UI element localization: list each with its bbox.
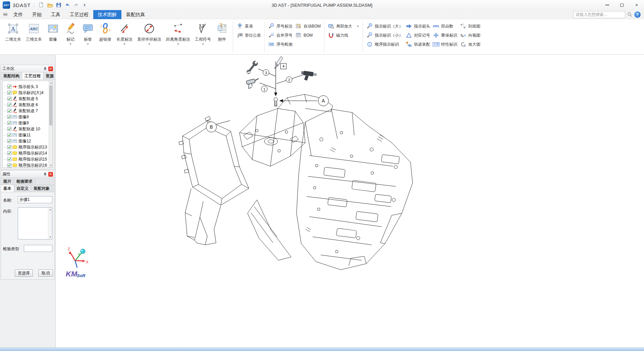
workspace-tab-装配结构[interactable]: 装配结构 — [1, 73, 22, 79]
workspace-close-icon[interactable]: ✕ — [48, 67, 53, 71]
content-field[interactable]: ▲ ▼ — [18, 207, 52, 239]
checkbox-checked[interactable] — [7, 157, 11, 161]
tree-item[interactable]: 顺序指示标识15 — [3, 156, 49, 162]
tab-装配仿真[interactable]: 装配仿真 — [121, 10, 150, 19]
ribbon-button-特性标识[interactable]: 水密 特性标识 — [433, 41, 457, 48]
close-button[interactable]: × — [629, 0, 644, 10]
open-icon[interactable] — [46, 1, 54, 9]
ribbon-button-局部放大[interactable]: 局部放大▼ — [328, 23, 359, 30]
name-field[interactable]: 步骤1 — [18, 196, 52, 203]
ribbon-button-三维文本[interactable]: ABC 三维文本 — [23, 21, 44, 46]
maximize-button[interactable] — [614, 0, 629, 10]
ribbon-button-轨迹装配[interactable]: 轨迹装配 — [406, 41, 430, 48]
tree-item[interactable]: 装配轨迹 6 — [3, 102, 49, 108]
properties-close-icon[interactable]: ✕ — [48, 172, 53, 177]
checkbox-checked[interactable] — [7, 121, 11, 125]
checkbox-checked[interactable] — [7, 151, 11, 155]
ribbon-button-自动BOM[interactable]: 自动BOM — [295, 23, 321, 30]
properties-tab-图片[interactable]: 图片 — [1, 178, 14, 185]
help-button[interactable]: ? — [634, 11, 641, 18]
callout-balloon-1[interactable]: 1 — [261, 86, 268, 92]
minimize-button[interactable] — [600, 0, 614, 10]
tree-item[interactable]: 图像8 — [3, 114, 49, 120]
pin-icon[interactable] — [43, 172, 47, 177]
checkbox-checked[interactable] — [7, 109, 11, 113]
workspace-tab-资源[interactable]: 资源 — [43, 73, 56, 79]
undo-icon[interactable] — [63, 1, 72, 9]
ribbon-button-放大图[interactable]: A 放大图 — [460, 41, 480, 48]
save-icon[interactable] — [54, 1, 63, 9]
tab-工具[interactable]: 工具 — [46, 10, 65, 19]
tab-技术图解[interactable]: 技术图解 — [93, 10, 121, 19]
ribbon-button-长度标注[interactable]: 长度标注 ▼ — [114, 21, 135, 46]
pin-icon[interactable] — [43, 67, 47, 71]
checkbox-checked[interactable] — [7, 91, 11, 95]
ribbon-button-合并序号[interactable]: 12 合并序号 — [268, 32, 292, 39]
checkbox-checked[interactable] — [7, 139, 11, 143]
redo-icon[interactable] — [72, 1, 80, 9]
tree-item[interactable]: 顺序指示标识13 — [3, 144, 49, 150]
ribbon-button-部品数[interactable]: XR/L 部品数 — [433, 23, 457, 30]
tab-工艺过程[interactable]: 工艺过程 — [65, 10, 93, 19]
checkbox-checked[interactable] — [7, 145, 11, 149]
资源库-button[interactable]: 资源库 — [15, 269, 33, 277]
properties-tab-检测要求[interactable]: 检测要求 — [14, 178, 35, 185]
tab-开始[interactable]: 开始 — [28, 10, 46, 19]
ribbon-button-基准[interactable]: A 基准 — [236, 23, 261, 30]
tree-item[interactable]: 指示标识(大)4 — [3, 90, 49, 96]
tree-item[interactable]: 图像9 — [3, 120, 49, 126]
ribbon-button-超链接[interactable]: 超链接 — [97, 21, 114, 46]
checkbox-checked[interactable] — [7, 97, 11, 101]
search-input[interactable]: 请输入您想搜索... — [573, 11, 625, 18]
tree-item[interactable]: 顺序指示标识14 — [3, 150, 49, 156]
tree-scrollbar[interactable]: ▲ ▼ — [49, 81, 53, 168]
ribbon-button-标签[interactable]: 标签 ▼ — [79, 21, 97, 46]
callout-balloon-2[interactable]: 2 — [286, 77, 292, 83]
properties-tab-基本[interactable]: 基本 — [1, 185, 14, 192]
properties-tab-装配对象[interactable]: 装配对象 — [31, 185, 52, 192]
ribbon-button-顺序指示标识[interactable]: 1 顺序指示标识 — [366, 41, 403, 48]
ribbon-button-指示标识（小）[interactable]: a 指示标识（小） — [366, 32, 403, 39]
ribbon-button-工程符号[interactable]: 3.2 工程符号 ▼ — [193, 21, 213, 46]
tree-item[interactable]: 装配轨迹 5 — [3, 96, 49, 102]
ribbon-button-磁力线[interactable]: 磁力线 — [328, 32, 359, 39]
ribbon-button-对应记号[interactable]: 对应记号 — [406, 32, 430, 39]
checkbox-checked[interactable] — [7, 115, 11, 119]
ribbon-button-直径半径标注[interactable]: 直径半径标注 ▼ — [135, 21, 164, 46]
callout-balloon-A[interactable]: A — [318, 95, 329, 106]
tree-item[interactable]: 图像11 — [3, 132, 49, 138]
ribbon-button-指示箭头[interactable]: 指示箭头 — [406, 23, 430, 30]
checkbox-checked[interactable] — [7, 133, 11, 137]
menu-file[interactable]: 文件 — [9, 10, 28, 19]
取消-button[interactable]: 取消 — [38, 269, 53, 277]
tree-item[interactable]: 顺序指示标识16 — [3, 162, 49, 168]
new-document-icon[interactable] — [37, 1, 46, 9]
tree-item[interactable]: 指示箭头 3 — [3, 84, 49, 90]
ribbon-button-序号检测[interactable]: 123 序号检测 — [268, 41, 292, 48]
checkbox-checked[interactable] — [7, 163, 11, 167]
checkbox-checked[interactable] — [7, 103, 11, 107]
ribbon-button-重保标识[interactable]: 重保标识 — [433, 32, 457, 39]
ribbon-button-附件[interactable]: 附件 — [213, 21, 231, 46]
ribbon-button-二维文本[interactable]: A 二维文本 — [3, 21, 23, 46]
ribbon-button-标记[interactable]: 标记 ▼ — [62, 21, 79, 46]
ribbon-button-距离角度标注[interactable]: 距离角度标注 ▼ — [164, 21, 193, 46]
workspace-tab-工艺过程[interactable]: 工艺过程 — [22, 73, 43, 79]
ribbon-button-指示标识（大）[interactable]: A 指示标识（大） — [366, 23, 403, 30]
properties-tab-自定义[interactable]: 自定义 — [14, 185, 31, 192]
checkbox-checked[interactable] — [7, 85, 11, 89]
callout-balloon-B[interactable]: B — [206, 122, 217, 132]
callout-balloon-3[interactable]: 3 — [263, 70, 269, 76]
ribbon-button-剖面图[interactable]: AA 剖面图 — [460, 23, 480, 30]
tree-item[interactable]: 装配轨迹 10 — [3, 126, 49, 132]
menu-icon[interactable] — [3, 13, 7, 16]
callout-balloon-4[interactable]: 4 — [280, 63, 286, 69]
ribbon-button-序号标注[interactable]: 1 序号标注 — [268, 23, 292, 30]
ribbon-button-BOM[interactable]: BOM — [295, 32, 321, 39]
check-type-field[interactable] — [24, 245, 52, 252]
tree-item[interactable]: 图像12 — [3, 138, 49, 144]
search-icon[interactable] — [627, 12, 632, 17]
more-icon[interactable] — [80, 1, 89, 9]
drawing-canvas[interactable]: Z X Y KM Soft 1234AB — [56, 55, 644, 348]
checkbox-checked[interactable] — [7, 127, 11, 131]
